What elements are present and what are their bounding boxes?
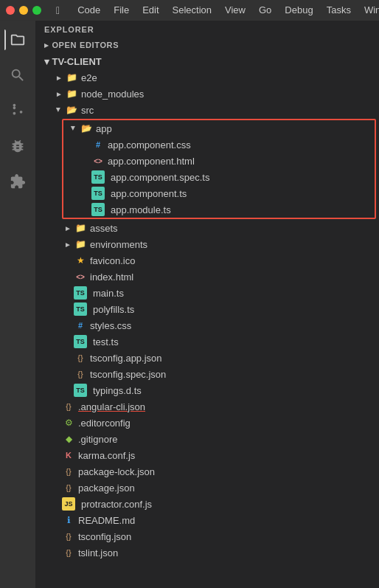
tree-item-test-ts[interactable]: ► TS test.ts <box>35 333 379 350</box>
label-main-ts: main.ts <box>93 288 124 299</box>
label-test-ts: test.ts <box>93 336 119 347</box>
tree-item-tslint-json[interactable]: ► {} tslint.json <box>35 544 379 561</box>
ts-icon-main: TS <box>74 286 87 300</box>
tree-item-tsconfig-json[interactable]: ► {} tsconfig.json <box>35 528 379 544</box>
tree-item-package-lock-json[interactable]: ► {} package-lock.json <box>35 463 379 480</box>
json-icon-package-lock: {} <box>62 465 75 478</box>
gitignore-icon: ◆ <box>62 432 75 446</box>
menu-tasks[interactable]: Tasks <box>321 3 357 18</box>
tree-item-assets[interactable]: ► 📁 assets <box>35 220 379 236</box>
tree-item-src[interactable]: ► 📂 src <box>35 102 379 118</box>
label-tsconfig-json: tsconfig.json <box>78 531 131 542</box>
label-typings-d-ts: typings.d.ts <box>93 385 142 396</box>
label-favicon: favicon.ico <box>90 255 135 266</box>
maximize-button[interactable] <box>32 6 41 15</box>
menu-window[interactable]: Windo <box>358 3 379 18</box>
folder-icon-src: 📂 <box>65 103 78 117</box>
minimize-button[interactable] <box>19 6 28 15</box>
tree-item-main-ts[interactable]: ► TS main.ts <box>35 285 379 301</box>
tree-item-tsconfig-app-json[interactable]: ► {} tsconfig.app.json <box>35 350 379 366</box>
tv-client-section[interactable]: ▾ TV-CLIENT <box>35 53 379 69</box>
label-src: src <box>81 105 94 116</box>
menu-file[interactable]: File <box>108 3 135 18</box>
json-icon-tsconfig: {} <box>62 530 75 543</box>
tree-item-app-component-ts[interactable]: ► TS app.component.ts <box>63 185 375 201</box>
tree-item-readme-md[interactable]: ► ℹ README.md <box>35 512 379 528</box>
menu-bar:  Code File Edit Selection View Go Debug… <box>50 3 379 18</box>
tree-item-index-html[interactable]: ► <> index.html <box>35 269 379 285</box>
label-app-module-ts: app.module.ts <box>111 204 171 215</box>
chevron-app: ► <box>68 122 80 134</box>
label-polyfills-ts: polyfills.ts <box>93 304 134 315</box>
label-package-json: package.json <box>78 482 135 494</box>
tree-item-app-component-html[interactable]: ► <> app.component.html <box>63 153 375 169</box>
ts-icon-app-component: TS <box>91 187 105 200</box>
menu-code[interactable]: Code <box>72 3 106 18</box>
app-highlight-container: ► 📂 app ► # app.component.css ► <> app.c… <box>62 119 376 219</box>
tree-item-tsconfig-spec-json[interactable]: ► {} tsconfig.spec.json <box>35 366 379 382</box>
menu-go[interactable]: Go <box>253 3 277 18</box>
label-app-component-spec-ts: app.component.spec.ts <box>111 172 209 183</box>
info-icon-readme: ℹ <box>62 513 75 527</box>
ts-icon-app-component-spec: TS <box>91 170 105 184</box>
tree-item-app-component-spec-ts[interactable]: ► TS app.component.spec.ts <box>63 169 375 185</box>
chevron-environments: ► <box>62 238 74 250</box>
chevron-e2e: ► <box>53 72 65 83</box>
debug-activity-icon[interactable] <box>4 133 31 159</box>
editorconfig-icon: ⚙ <box>62 416 75 429</box>
titlebar:  Code File Edit Selection View Go Debug… <box>0 0 379 21</box>
tree-item-styles-css[interactable]: ► # styles.css <box>35 317 379 333</box>
tree-item-app-component-css[interactable]: ► # app.component.css <box>63 136 375 153</box>
folder-icon-environments: 📁 <box>74 238 87 251</box>
label-gitignore: .gitignore <box>78 434 117 445</box>
tree-item-e2e[interactable]: ► 📁 e2e <box>35 69 379 86</box>
traffic-lights <box>6 6 41 15</box>
label-app: app <box>96 123 112 134</box>
label-protractor-conf-js: protractor.conf.js <box>81 499 152 510</box>
label-e2e: e2e <box>81 72 97 83</box>
chevron-node-modules: ► <box>53 88 65 100</box>
css-icon-styles: # <box>74 319 87 332</box>
label-app-component-css: app.component.css <box>108 139 191 151</box>
label-environments: environments <box>90 239 147 250</box>
search-activity-icon[interactable] <box>4 62 31 89</box>
open-editors-section[interactable]: ▸ OPEN EDITORS <box>35 37 379 53</box>
tree-item-package-json[interactable]: ► {} package.json <box>35 480 379 496</box>
activity-bar <box>0 21 35 588</box>
label-tsconfig-app-json: tsconfig.app.json <box>90 353 162 364</box>
menu-view[interactable]: View <box>219 3 251 18</box>
label-app-component-ts: app.component.ts <box>111 188 187 199</box>
tree-item-editorconfig[interactable]: ► ⚙ .editorconfig <box>35 415 379 431</box>
tree-item-typings-d-ts[interactable]: ► TS typings.d.ts <box>35 382 379 398</box>
apple-menu[interactable]:  <box>50 3 66 18</box>
label-app-component-html: app.component.html <box>108 156 195 167</box>
json-icon-package: {} <box>62 481 75 494</box>
source-control-activity-icon[interactable] <box>4 97 31 124</box>
json-icon-tsconfig-spec: {} <box>74 367 87 381</box>
tree-item-gitignore[interactable]: ► ◆ .gitignore <box>35 431 379 447</box>
json-icon-tsconfig-app: {} <box>74 351 87 364</box>
chevron-assets: ► <box>62 222 74 234</box>
tree-item-app-module-ts[interactable]: ► TS app.module.ts <box>63 201 375 218</box>
label-node-modules: node_modules <box>81 89 144 100</box>
tree-item-environments[interactable]: ► 📁 environments <box>35 236 379 252</box>
label-package-lock-json: package-lock.json <box>78 466 155 477</box>
tree-item-karma-conf-js[interactable]: ► K karma.conf.js <box>35 447 379 463</box>
label-tslint-json: tslint.json <box>78 547 118 558</box>
tree-item-polyfills-ts[interactable]: ► TS polyfills.ts <box>35 301 379 317</box>
tree-item-angular-cli-json[interactable]: ► {} .angular-cli.json <box>35 398 379 415</box>
menu-edit[interactable]: Edit <box>136 3 164 18</box>
files-activity-icon[interactable] <box>4 27 31 53</box>
tree-item-favicon[interactable]: ► ★ favicon.ico <box>35 252 379 269</box>
close-button[interactable] <box>6 6 15 15</box>
tree-item-app[interactable]: ► 📂 app <box>63 120 375 136</box>
tree-item-protractor-conf-js[interactable]: ► JS protractor.conf.js <box>35 496 379 512</box>
menu-selection[interactable]: Selection <box>167 3 218 18</box>
main-area: EXPLORER ▸ OPEN EDITORS ▾ TV-CLIENT ► 📁 … <box>0 21 379 588</box>
label-tsconfig-spec-json: tsconfig.spec.json <box>90 369 166 380</box>
extensions-activity-icon[interactable] <box>4 168 31 195</box>
label-styles-css: styles.css <box>90 320 131 331</box>
explorer-header: EXPLORER <box>35 21 379 37</box>
menu-debug[interactable]: Debug <box>279 3 319 18</box>
tree-item-node-modules[interactable]: ► 📁 node_modules <box>35 86 379 102</box>
